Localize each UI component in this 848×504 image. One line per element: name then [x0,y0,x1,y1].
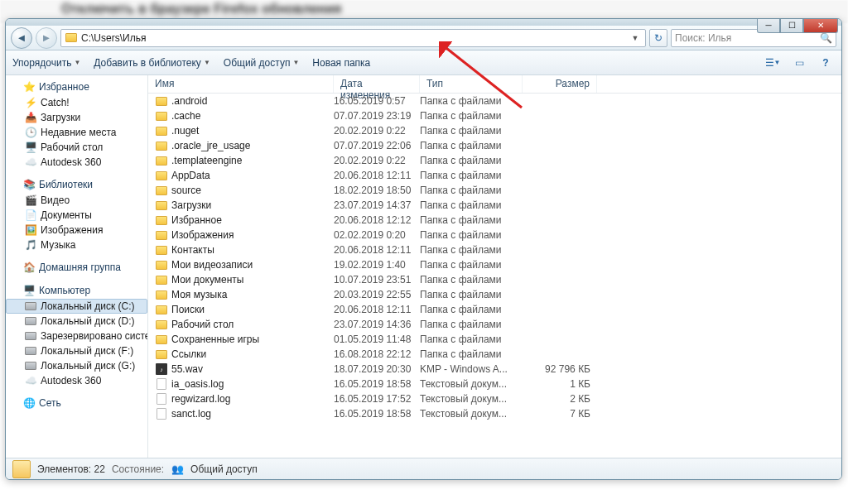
file-size: 1 КБ [523,378,597,390]
col-date[interactable]: Дата изменения [334,75,420,93]
file-row[interactable]: regwizard.log 16.05.2019 17:52 Текстовый… [148,391,841,406]
col-size[interactable]: Размер [523,75,597,93]
file-row[interactable]: .cache 07.07.2019 23:19 Папка с файлами [148,108,841,123]
star-icon: ⭐ [22,80,36,94]
help-button[interactable]: ? [817,54,835,72]
nav-item[interactable]: 🎬Видео [6,193,147,208]
file-name: regwizard.log [171,393,230,405]
forward-button[interactable]: ► [36,27,57,49]
nav-item[interactable]: ⚡Catch! [6,95,147,110]
nav-item[interactable]: 📄Документы [6,208,147,223]
file-row[interactable]: Сохраненные игры 01.05.2019 11:48 Папка … [148,332,841,347]
file-type-icon [155,377,168,391]
file-row[interactable]: .templateengine 20.02.2019 0:22 Папка с … [148,153,841,168]
file-row[interactable]: Избранное 20.06.2018 12:12 Папка с файла… [148,213,841,228]
file-row[interactable]: Рабочий стол 23.07.2019 14:36 Папка с фа… [148,317,841,332]
file-name: Ссылки [171,348,206,360]
nav-item[interactable]: Локальный диск (D:) [6,314,147,329]
file-type-icon [155,199,168,212]
drive-icon: ☁️ [24,374,37,387]
nav-item-icon: ⚡ [24,96,37,109]
nav-item[interactable]: Локальный диск (G:) [6,358,147,373]
file-type: Папка с файлами [420,319,523,330]
computer-icon: 🖥️ [22,284,36,297]
network-icon: 🌐 [22,396,36,410]
file-date: 20.06.2018 12:11 [334,170,420,181]
nav-computer[interactable]: 🖥️Компьютер [6,282,147,299]
file-name: .android [171,95,207,107]
nav-network[interactable]: 🌐Сеть [6,395,147,411]
file-row[interactable]: .nuget 20.02.2019 0:22 Папка с файлами [148,123,841,138]
nav-item[interactable]: 🖼️Изображения [6,223,147,238]
maximize-button[interactable]: ☐ [780,18,803,33]
nav-homegroup[interactable]: 🏠Домашняя группа [6,259,147,276]
nav-favorites[interactable]: ⭐Избранное [6,79,147,95]
file-type: Папка с файлами [420,214,523,226]
col-name[interactable]: Имя [148,75,334,93]
file-row[interactable]: Моя музыка 20.03.2019 22:55 Папка с файл… [148,287,841,302]
file-date: 07.07.2019 23:19 [334,110,420,122]
file-row[interactable]: Загрузки 23.07.2019 14:37 Папка с файлам… [148,198,841,213]
nav-item[interactable]: Локальный диск (F:) [6,343,147,358]
file-row[interactable]: sanct.log 16.05.2019 18:58 Текстовый док… [148,406,841,421]
file-type-icon [155,318,168,331]
new-folder-button[interactable]: Новая папка [312,57,370,69]
close-button[interactable]: ✕ [803,18,838,33]
file-name: Контакты [171,244,214,256]
file-row[interactable]: .oracle_jre_usage 07.07.2019 22:06 Папка… [148,138,841,153]
file-row[interactable]: Изображения 02.02.2019 0:20 Папка с файл… [148,228,841,242]
file-row[interactable]: ia_oasis.log 16.05.2019 18:58 Текстовый … [148,377,841,391]
preview-pane-button[interactable]: ▭ [790,54,808,72]
file-row[interactable]: Ссылки 16.08.2018 22:12 Папка с файлами [148,347,841,362]
nav-item[interactable]: ☁️Autodesk 360 [6,373,147,388]
nav-item[interactable]: 🕒Недавние места [6,125,147,140]
status-shared: Общий доступ [190,463,258,475]
status-bar: Элементов: 22 Состояние: 👥 Общий доступ [6,458,841,479]
nav-item[interactable]: ☁️Autodesk 360 [6,155,147,170]
file-row[interactable]: Мои документы 10.07.2019 23:51 Папка с ф… [148,272,841,287]
nav-item[interactable]: Локальный диск (C:) [6,299,147,314]
search-icon[interactable]: 🔍 [820,32,832,44]
file-type-icon [155,124,168,137]
file-type: Папка с файлами [420,140,523,151]
file-type-icon [155,392,168,406]
back-button[interactable]: ◄ [11,27,32,49]
file-date: 20.06.2018 12:12 [334,214,420,226]
nav-item[interactable]: 🎵Музыка [6,238,147,252]
file-date: 20.02.2019 0:22 [334,125,420,137]
file-type-icon [155,333,168,346]
file-row[interactable]: Поиски 20.06.2018 12:11 Папка с файлами [148,302,841,317]
nav-item[interactable]: 📥Загрузки [6,110,147,125]
library-icon: 📚 [22,178,36,191]
titlebar[interactable] [6,19,841,26]
file-type-icon [155,169,168,182]
file-row[interactable]: Контакты 20.06.2018 12:11 Папка с файлам… [148,242,841,257]
file-row[interactable]: Мои видеозаписи 19.02.2019 1:40 Папка с … [148,257,841,272]
file-list[interactable]: .android 16.05.2019 0:57 Папка с файлами… [148,94,841,458]
nav-libraries[interactable]: 📚Библиотеки [6,176,147,193]
add-library-menu[interactable]: Добавить в библиотеку▼ [94,57,210,69]
file-row[interactable]: AppData 20.06.2018 12:11 Папка с файлами [148,168,841,183]
file-row[interactable]: source 18.02.2019 18:50 Папка с файлами [148,183,841,198]
nav-item[interactable]: Зарезервировано системой [6,329,147,343]
address-bar[interactable]: C:\Users\Илья ▼ [60,29,646,47]
file-type-icon [155,139,168,152]
minimize-button[interactable]: ─ [757,18,780,33]
file-row[interactable]: .android 16.05.2019 0:57 Папка с файлами [148,94,841,108]
organize-menu[interactable]: Упорядочить▼ [12,57,80,69]
nav-item-icon: ☁️ [24,156,37,169]
view-options-button[interactable]: ☰ ▼ [764,54,782,72]
file-date: 18.02.2019 18:50 [334,185,420,196]
refresh-button[interactable]: ↻ [649,29,667,47]
address-dropdown[interactable]: ▼ [629,30,642,46]
file-type-icon [155,109,168,122]
drive-icon [24,300,37,313]
file-name: Мои видеозаписи [171,259,253,271]
file-type-icon: ♪ [155,362,168,376]
drive-icon [24,329,37,343]
share-menu[interactable]: Общий доступ▼ [224,57,300,69]
file-date: 20.06.2018 12:11 [334,244,420,256]
col-type[interactable]: Тип [420,75,523,93]
file-row[interactable]: ♪55.wav 18.07.2019 20:30 KMP - Windows A… [148,362,841,377]
nav-item[interactable]: 🖥️Рабочий стол [6,140,147,155]
